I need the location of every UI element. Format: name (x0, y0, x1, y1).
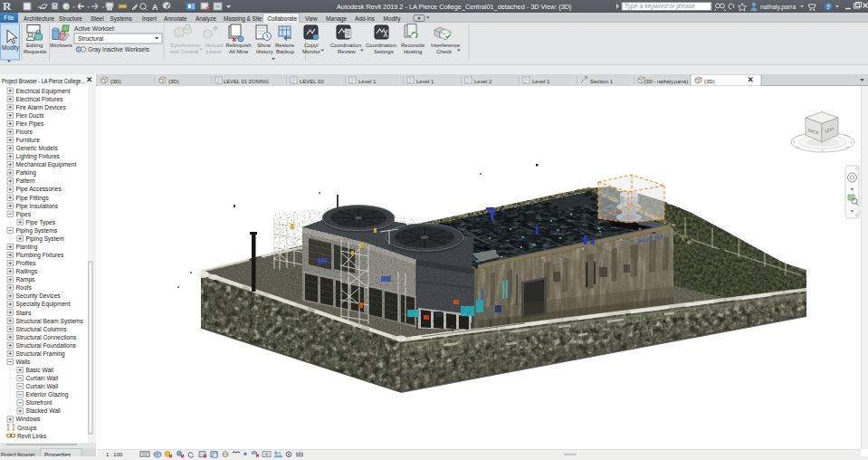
svg-text:Roofs: Roofs (16, 284, 33, 291)
svg-text:Annotate: Annotate (164, 15, 187, 22)
svg-text:Structural Columns: Structural Columns (16, 326, 68, 332)
svg-text:Furniture: Furniture (16, 137, 41, 143)
svg-text:Active Workset:: Active Workset: (74, 25, 116, 32)
svg-text:Backup: Backup (276, 49, 295, 54)
svg-text:Piping Systems: Piping Systems (16, 227, 58, 235)
svg-text:{3D - nathaly.parra}: {3D - nathaly.parra} (644, 79, 688, 84)
svg-text:Security Devices: Security Devices (16, 292, 62, 300)
svg-text:Project Browser - LA Pierce Co: Project Browser - LA Pierce College... (2, 78, 85, 85)
svg-text:Flex Pipes: Flex Pipes (16, 120, 44, 128)
svg-text:Add-Ins: Add-Ins (355, 15, 375, 22)
svg-text:Ramps: Ramps (16, 276, 36, 283)
svg-text:Pipe Fittings: Pipe Fittings (16, 195, 50, 202)
svg-text:Latest: Latest (206, 49, 222, 54)
svg-text:Level 1: Level 1 (532, 79, 550, 84)
svg-text:LEVEL 01 ZONING: LEVEL 01 ZONING (224, 79, 269, 84)
svg-text:Floors: Floors (16, 129, 33, 135)
svg-text:Analyze: Analyze (196, 15, 216, 23)
svg-text:Coordination: Coordination (366, 43, 396, 48)
svg-text:nathaly.parra: nathaly.parra (760, 4, 796, 11)
svg-text:Autodesk Revit 2019.2 - LA Pie: Autodesk Revit 2019.2 - LA Pierce Colleg… (337, 3, 572, 11)
svg-text:Curtain Wall: Curtain Wall (26, 383, 59, 389)
svg-text:Review: Review (338, 49, 356, 54)
svg-text:Specialty Equipment: Specialty Equipment (16, 301, 71, 308)
svg-text:Pipe Types: Pipe Types (26, 219, 56, 226)
svg-text:Worksets: Worksets (50, 43, 72, 48)
svg-text:Parking: Parking (16, 169, 37, 177)
svg-text:Windows: Windows (16, 416, 41, 422)
svg-text:Editing: Editing (26, 43, 43, 48)
svg-text:Groups: Groups (17, 425, 37, 432)
svg-text:Structural: Structural (78, 35, 104, 42)
svg-text:Basic Wall: Basic Wall (26, 367, 54, 373)
svg-text:Level 2: Level 2 (474, 79, 492, 84)
svg-text:Electrical Equipment: Electrical Equipment (16, 88, 71, 95)
svg-text:View: View (305, 15, 318, 22)
svg-text:Synchronize: Synchronize (170, 43, 201, 48)
svg-text:Coordination: Coordination (330, 43, 361, 48)
svg-text:Reload: Reload (205, 43, 223, 48)
svg-text:Settings: Settings (374, 49, 394, 54)
svg-text:Level 1: Level 1 (358, 79, 377, 84)
svg-text:Collaborate: Collaborate (268, 15, 298, 22)
svg-text:Copy/: Copy/ (304, 43, 319, 48)
svg-text:Railings: Railings (16, 268, 38, 275)
svg-text:Mechanical Equipment: Mechanical Equipment (16, 161, 77, 168)
svg-text:Systems: Systems (110, 15, 133, 23)
svg-text:LEVEL 02: LEVEL 02 (300, 79, 324, 84)
svg-text:Structural Beam Systems: Structural Beam Systems (16, 318, 84, 325)
svg-text:R: R (3, 0, 12, 13)
svg-text:Flex Ducts: Flex Ducts (16, 112, 45, 119)
svg-text:1 : 100: 1 : 100 (106, 452, 123, 457)
svg-text:History: History (256, 49, 273, 54)
svg-text:Manage: Manage (326, 15, 348, 23)
svg-text:Restore: Restore (275, 43, 295, 48)
svg-text:Lighting Fixtures: Lighting Fixtures (16, 153, 61, 160)
svg-text:All Mine: All Mine (229, 49, 249, 54)
svg-text:Type a keyword or phrase: Type a keyword or phrase (625, 3, 695, 10)
svg-text:Reconcile: Reconcile (401, 43, 425, 48)
svg-text:Architecture: Architecture (24, 15, 55, 22)
svg-text:Massing & Site: Massing & Site (224, 15, 262, 23)
svg-text:{3D}: {3D} (168, 79, 179, 84)
svg-text:Hosting: Hosting (404, 49, 422, 54)
svg-text:{3D}: {3D} (110, 79, 121, 84)
svg-text:Structure: Structure (59, 15, 82, 22)
svg-text:Modify: Modify (384, 15, 402, 23)
svg-text:Structural Connections: Structural Connections (16, 334, 77, 340)
svg-text:Structural Framing: Structural Framing (16, 350, 66, 358)
svg-text:Gray Inactive Worksets: Gray Inactive Worksets (88, 46, 150, 53)
svg-text:Generic Models: Generic Models (16, 145, 59, 151)
svg-text:Monitor: Monitor (302, 49, 320, 54)
svg-text:Show: Show (257, 43, 272, 48)
svg-text:Steel: Steel (91, 15, 104, 22)
svg-text:Pipes: Pipes (16, 211, 32, 218)
svg-text:Piping System: Piping System (26, 235, 65, 243)
svg-text:Interference: Interference (431, 43, 461, 48)
svg-text:A: A (152, 3, 158, 12)
svg-text:Revit Links: Revit Links (17, 433, 47, 439)
svg-text:W: W (792, 140, 796, 144)
svg-text:Planting: Planting (16, 244, 38, 251)
svg-text:Section 1: Section 1 (590, 79, 614, 84)
svg-text:Level 1: Level 1 (416, 79, 434, 84)
svg-text:Curtain Wall: Curtain Wall (26, 375, 59, 381)
svg-text:?: ? (826, 3, 831, 11)
svg-text:{3D}: {3D} (704, 79, 715, 84)
svg-text:Fire Alarm Devices: Fire Alarm Devices (16, 104, 67, 110)
svg-text:Pipe Insulations: Pipe Insulations (16, 203, 59, 210)
svg-text:Stacked Wall: Stacked Wall (26, 407, 62, 414)
svg-text:Pattern: Pattern (16, 177, 36, 184)
svg-text:Insert: Insert (142, 15, 157, 22)
svg-text:Relinquish: Relinquish (226, 43, 252, 48)
svg-text:Plumbing Fixtures: Plumbing Fixtures (16, 252, 64, 259)
svg-text:Electrical Fixtures: Electrical Fixtures (16, 96, 64, 102)
svg-text:Modify: Modify (2, 44, 20, 52)
svg-text:Structural Foundations: Structural Foundations (16, 342, 77, 349)
svg-text:Profiles: Profiles (16, 260, 37, 266)
svg-text:Stairs: Stairs (16, 310, 33, 316)
svg-text:Check: Check (436, 49, 453, 54)
svg-text:Requests: Requests (24, 49, 46, 54)
svg-text:Walls: Walls (16, 359, 32, 365)
svg-text:with Central: with Central (169, 49, 199, 54)
